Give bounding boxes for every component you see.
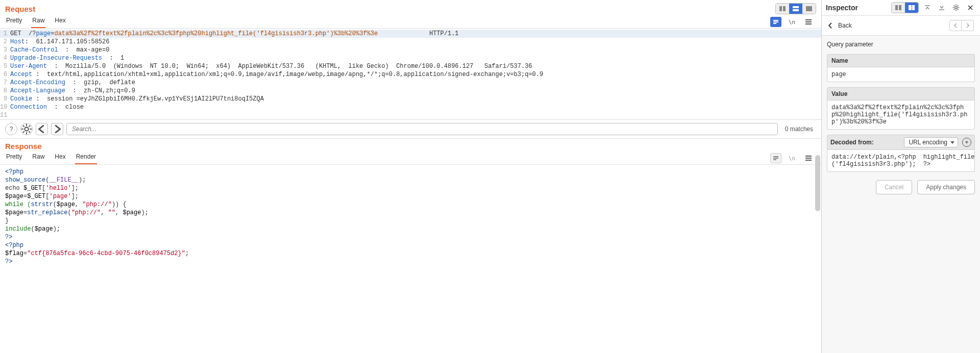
back-button[interactable]: Back bbox=[828, 22, 852, 29]
const-file: __FILE__ bbox=[49, 176, 79, 184]
svg-line-39 bbox=[954, 6, 955, 7]
svg-line-18 bbox=[29, 131, 30, 133]
nav-next-icon[interactable] bbox=[962, 20, 974, 31]
svg-rect-1 bbox=[783, 6, 786, 11]
var-flag: $flag bbox=[5, 250, 23, 257]
inspector-layout-toggle bbox=[891, 2, 919, 13]
php-open2: <?php bbox=[5, 242, 23, 249]
c2: , bbox=[115, 209, 122, 216]
scrollbar[interactable] bbox=[815, 155, 820, 211]
fn-show-source: show_source bbox=[5, 176, 45, 184]
var-p4: $page bbox=[122, 209, 141, 216]
svg-rect-27 bbox=[805, 160, 812, 161]
p6: ); bbox=[53, 225, 60, 233]
nav-prev-icon[interactable] bbox=[949, 20, 962, 31]
tab-raw[interactable]: Raw bbox=[31, 15, 45, 28]
name-header: Name bbox=[827, 54, 975, 67]
str-php: "php://" bbox=[82, 201, 112, 208]
raw-line-10: Connection : close bbox=[10, 103, 821, 111]
decoded-block: Decoded from: URL encoding + data://text… bbox=[827, 135, 975, 172]
svg-rect-10 bbox=[805, 21, 812, 22]
value-value[interactable]: data%3a%2f%2ftext%2fplain%2c%3c%3fphp%20… bbox=[827, 100, 975, 130]
tab-hex[interactable]: Hex bbox=[54, 15, 66, 28]
request-raw-content[interactable]: 1 GET /?page=data%3a%2f%2ftext%2fplain%2… bbox=[0, 29, 821, 119]
add-decoder-icon[interactable]: + bbox=[962, 138, 971, 147]
layout-rows-icon[interactable] bbox=[789, 4, 802, 14]
svg-line-42 bbox=[954, 9, 955, 10]
raw-line-5: User-Agent : Mozilla/5.0 (Windows NT 10.… bbox=[10, 62, 821, 70]
svg-rect-11 bbox=[805, 23, 812, 24]
fn-strstr: strstr bbox=[31, 201, 53, 208]
newline-icon[interactable]: \n bbox=[787, 17, 798, 27]
var-get: $_GET bbox=[23, 185, 42, 192]
resp-hamburger-icon[interactable] bbox=[803, 153, 814, 163]
svg-rect-30 bbox=[909, 5, 912, 10]
tab-pretty[interactable]: Pretty bbox=[5, 15, 23, 28]
resp-tab-render[interactable]: Render bbox=[75, 151, 97, 164]
prev-match-icon[interactable] bbox=[36, 123, 48, 135]
svg-text:\n: \n bbox=[789, 155, 795, 162]
raw-line-9: Cookie : session =eyJhZGlpbiI6MH0.ZfkjEw… bbox=[10, 95, 821, 103]
str-flag: "ctf{876a5fca-96c6-4cbd-9075-46f0c89475d… bbox=[27, 250, 185, 257]
kw-include: include bbox=[5, 225, 31, 233]
actions-icon[interactable] bbox=[770, 17, 781, 27]
insp-gear-icon[interactable] bbox=[950, 3, 962, 13]
name-value[interactable]: page bbox=[827, 67, 975, 82]
fn-str-replace: str_replace bbox=[27, 209, 67, 216]
request-title: Request bbox=[5, 5, 35, 13]
var-page: $page bbox=[5, 193, 23, 200]
param-value: data%3a%2f%2ftext%2fplain%2c%3c%3fphp%20… bbox=[54, 30, 378, 37]
inspector-title: Inspector bbox=[826, 4, 858, 12]
resp-tab-pretty[interactable]: Pretty bbox=[5, 151, 23, 164]
cancel-button[interactable]: Cancel bbox=[876, 180, 912, 194]
svg-rect-5 bbox=[773, 20, 778, 21]
svg-point-34 bbox=[955, 7, 958, 9]
gear-icon[interactable] bbox=[20, 123, 33, 135]
value-block: Value data%3a%2f%2ftext%2fplain%2c%3c%3f… bbox=[827, 87, 975, 130]
svg-rect-29 bbox=[899, 5, 901, 10]
qp-label: Query parameter bbox=[827, 41, 975, 49]
decoded-label: Decoded from: bbox=[830, 139, 874, 146]
resp-tab-hex[interactable]: Hex bbox=[54, 151, 66, 164]
svg-rect-21 bbox=[773, 156, 778, 157]
decoded-value[interactable]: data://text/plain,<?php ('fl4gisisish3r3… bbox=[827, 150, 975, 172]
search-input[interactable] bbox=[66, 123, 778, 135]
resp-newline-icon[interactable]: \n bbox=[787, 153, 798, 163]
close: ); bbox=[79, 176, 86, 184]
close-icon[interactable] bbox=[965, 3, 976, 13]
p3: ( bbox=[67, 209, 71, 216]
inspector-panel: Inspector bbox=[822, 0, 980, 353]
response-render-content[interactable]: <?php show_source(__FILE__); echo $_GET[… bbox=[0, 165, 821, 353]
svg-point-12 bbox=[24, 127, 28, 131]
layout-columns-icon[interactable] bbox=[776, 4, 789, 14]
p5: ( bbox=[31, 225, 34, 233]
http-method: GET / bbox=[10, 30, 32, 37]
str-hello: 'hello' bbox=[45, 185, 71, 192]
php-close: ?> bbox=[5, 234, 12, 241]
decoded-select[interactable]: URL encoding bbox=[904, 137, 958, 147]
insp-layout-columns-icon[interactable] bbox=[892, 3, 905, 13]
apply-button[interactable]: Apply changes bbox=[917, 180, 975, 194]
http-version: HTTP/1.1 bbox=[378, 30, 458, 37]
c1: , bbox=[101, 209, 108, 216]
raw-line-6: Accept : text/html,application/xhtml+xml… bbox=[10, 70, 821, 79]
raw-line-7: Accept-Encoding : gzip, deflate bbox=[10, 79, 821, 87]
resp-tab-raw[interactable]: Raw bbox=[31, 151, 45, 164]
collapse-down-icon[interactable] bbox=[936, 3, 947, 13]
var-p3: $page bbox=[5, 209, 23, 216]
resp-actions-icon[interactable] bbox=[770, 153, 781, 163]
decoded-left: data://text/plain,<?php ('fl4gisisish3r3… bbox=[831, 154, 916, 168]
insp-layout-split-icon[interactable] bbox=[905, 3, 918, 13]
collapse-up-icon[interactable] bbox=[922, 3, 933, 13]
response-title: Response bbox=[5, 142, 42, 150]
raw-line-3: Cache-Control : max-age=0 bbox=[10, 46, 821, 54]
br4: ]; bbox=[71, 193, 79, 200]
svg-rect-26 bbox=[805, 158, 812, 159]
hamburger-icon[interactable] bbox=[803, 17, 814, 27]
help-icon[interactable]: ? bbox=[5, 123, 17, 135]
p4: ); bbox=[141, 209, 148, 216]
kw-while: while ( bbox=[5, 201, 31, 208]
next-match-icon[interactable] bbox=[51, 123, 63, 135]
request-layout-toggle bbox=[775, 3, 816, 14]
layout-single-icon[interactable] bbox=[802, 4, 816, 14]
